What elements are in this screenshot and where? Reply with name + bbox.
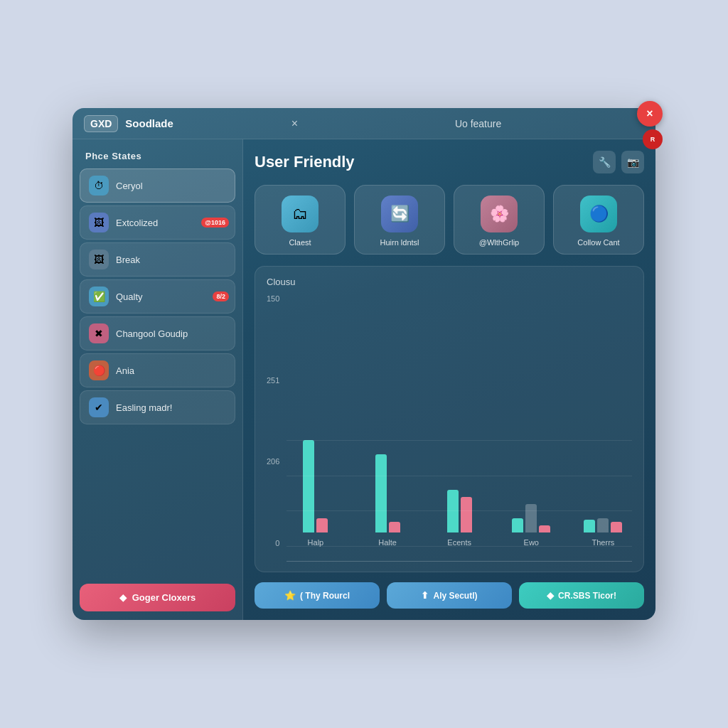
notification-badge: R	[643, 129, 663, 149]
app-icon-huirn[interactable]: 🔄 Huirn ldntsl	[354, 185, 445, 255]
y-label-251: 251	[267, 376, 279, 385]
chart-bars: Halp Halte	[287, 440, 632, 562]
bar-teal-halp	[303, 440, 314, 532]
sidebar-item-label-easling: Easling madr!	[116, 402, 172, 413]
bar-pink-ewo	[539, 525, 550, 532]
goger-label: Goger Cloxers	[132, 592, 196, 603]
bar-gray-ewo	[525, 504, 537, 532]
extcolized-icon: 🖼	[89, 213, 109, 232]
sidebar-title: Phce States	[80, 148, 235, 168]
btn2-button[interactable]: ⬆ Aly Secutl)	[387, 582, 512, 609]
goger-cloxers-button[interactable]: ◆ Goger Cloxers	[80, 584, 235, 611]
window-title: Soodlade	[125, 117, 291, 129]
collow-label: Collow Cant	[577, 238, 619, 247]
bar-pink-ecents	[461, 497, 472, 532]
btn1-label: ( Thy Rourcl	[300, 591, 350, 601]
bar-group-ewo: Ewo	[503, 504, 560, 547]
main-window: GXD Soodlade × Uo feature Phce States ⏱ …	[73, 108, 655, 620]
btn3-icon: ◆	[547, 590, 554, 601]
app-icon-claest[interactable]: 🗂 Claest	[255, 185, 346, 255]
bar-label-halp: Halp	[308, 538, 324, 547]
camera-icon-btn[interactable]: 📷	[621, 151, 644, 173]
btn2-icon: ⬆	[421, 590, 429, 601]
bar-teal-therrs	[584, 520, 595, 532]
sidebar-item-qualty[interactable]: ✅ Qualty 8/2	[80, 279, 235, 314]
sidebar-item-label-changool: Changool Goudip	[116, 328, 188, 339]
bar-label-halte: Halte	[378, 538, 397, 547]
ania-icon: 🔴	[89, 360, 109, 380]
bottom-buttons: ⭐ ( Thy Rourcl ⬆ Aly Secutl) ◆ CR.SBS Ti…	[255, 582, 644, 609]
main-content: Phce States ⏱ Ceryol 🖼 Extcolized @1016 …	[73, 139, 655, 620]
wlthgrlip-label: @WlthGrlip	[479, 238, 519, 247]
sidebar-item-label-break: Break	[116, 255, 140, 265]
goger-icon: ◆	[119, 592, 127, 603]
sidebar-item-label-ceryol: Ceryol	[116, 181, 143, 191]
bar-group-halte: Halte	[358, 454, 416, 547]
bar-stack-halp	[287, 440, 344, 532]
huirn-label: Huirn ldntsl	[380, 238, 419, 247]
sidebar: Phce States ⏱ Ceryol 🖼 Extcolized @1016 …	[73, 139, 243, 620]
logo-badge: GXD	[84, 115, 118, 132]
btn1-button[interactable]: ⭐ ( Thy Rourcl	[255, 582, 380, 609]
bar-stack-ecents	[431, 490, 488, 532]
panel-title: User Friendly	[255, 153, 355, 171]
chart-title: Clousu	[267, 277, 632, 287]
btn2-label: Aly Secutl)	[433, 591, 477, 601]
btn3-button[interactable]: ◆ CR.SBS Ticor!	[519, 582, 644, 609]
easling-icon: ✔	[89, 397, 109, 417]
bar-stack-therrs	[574, 518, 632, 532]
huirn-icon-img: 🔄	[381, 196, 418, 232]
break-icon: 🖼	[89, 250, 109, 269]
bar-group-therrs: Therrs	[574, 518, 632, 547]
bar-teal-ecents	[447, 490, 459, 532]
header-icons: 🔧 📷	[593, 151, 644, 173]
bar-stack-halte	[358, 454, 416, 532]
y-label-150: 150	[267, 294, 279, 303]
window-wrapper: × R GXD Soodlade × Uo feature Phce State…	[73, 108, 655, 620]
window-subtitle: Uo feature	[312, 118, 644, 129]
bar-gray-therrs	[597, 518, 609, 532]
bar-pink-therrs	[611, 522, 622, 532]
app-icon-wlthgrlip[interactable]: 🌸 @WlthGrlip	[454, 185, 545, 255]
chart-y-axis: 150 251 206 0	[267, 294, 279, 562]
bar-group-ecents: Ecents	[431, 490, 488, 547]
btn1-icon: ⭐	[284, 590, 296, 601]
bar-stack-ewo	[503, 504, 560, 532]
bar-label-ecents: Ecents	[447, 538, 471, 547]
sidebar-item-ceryol[interactable]: ⏱ Ceryol	[80, 168, 235, 203]
app-icons-row: 🗂 Claest 🔄 Huirn ldntsl 🌸 @WlthGrlip 🔵 C…	[255, 185, 644, 255]
qualty-icon: ✅	[89, 287, 109, 306]
bar-pink-halp	[316, 518, 328, 532]
bar-pink-halte	[389, 522, 400, 532]
qualty-badge: 8/2	[213, 291, 229, 301]
title-close-button[interactable]: ×	[291, 117, 298, 130]
chart-inner: 150 251 206 0	[267, 294, 632, 562]
outer-close-button[interactable]: ×	[637, 101, 663, 127]
collow-icon-img: 🔵	[580, 196, 617, 232]
right-panel: User Friendly 🔧 📷 🗂 Claest 🔄 Huirn ldnts…	[243, 139, 655, 620]
sidebar-item-changool[interactable]: ✖ Changool Goudip	[80, 316, 235, 350]
wlthgrlip-icon-img: 🌸	[481, 196, 518, 232]
bar-teal-halte	[375, 454, 387, 532]
sidebar-item-break[interactable]: 🖼 Break	[80, 242, 235, 277]
settings-icon-btn[interactable]: 🔧	[593, 151, 616, 173]
sidebar-item-label-ania: Ania	[116, 365, 134, 376]
chart-container: Clousu 150 251 206 0	[255, 266, 644, 572]
bar-group-halp: Halp	[287, 440, 344, 547]
extcolized-badge: @1016	[201, 218, 229, 228]
y-label-0: 0	[267, 539, 279, 547]
sidebar-item-easling[interactable]: ✔ Easling madr!	[80, 390, 235, 424]
claest-icon-img: 🗂	[282, 196, 318, 232]
bar-teal-ewo	[512, 518, 523, 532]
sidebar-bottom-section: ◆ Goger Cloxers	[80, 577, 235, 611]
btn3-label: CR.SBS Ticor!	[558, 591, 616, 601]
changool-icon: ✖	[89, 323, 109, 343]
y-label-206: 206	[267, 457, 279, 466]
claest-label: Claest	[289, 238, 311, 247]
app-icon-collow[interactable]: 🔵 Collow Cant	[553, 185, 644, 255]
bar-label-ewo: Ewo	[524, 538, 539, 547]
ceryol-icon: ⏱	[89, 176, 109, 196]
sidebar-item-extcolized[interactable]: 🖼 Extcolized @1016	[80, 205, 235, 240]
sidebar-item-ania[interactable]: 🔴 Ania	[80, 353, 235, 387]
bar-label-therrs: Therrs	[592, 538, 615, 547]
